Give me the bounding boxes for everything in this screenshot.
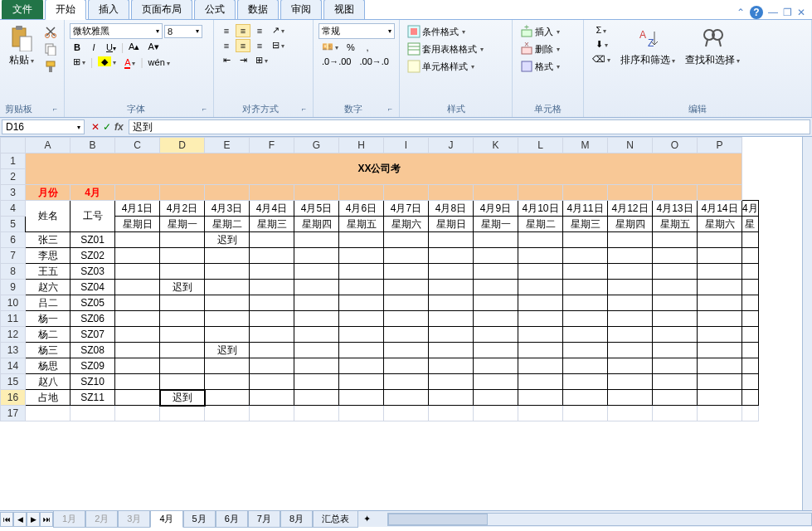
- comma-button[interactable]: ,: [360, 41, 375, 54]
- cell[interactable]: [339, 280, 384, 295]
- fx-icon[interactable]: fx: [114, 121, 124, 133]
- cell[interactable]: [339, 390, 384, 406]
- cell[interactable]: [384, 248, 429, 264]
- row-header-5[interactable]: 5: [1, 217, 26, 232]
- cell[interactable]: [742, 358, 759, 374]
- cell-id[interactable]: SZ10: [71, 374, 115, 390]
- row-header-7[interactable]: 7: [1, 248, 26, 264]
- align-left-button[interactable]: ≡: [219, 39, 234, 52]
- cell[interactable]: [742, 374, 759, 390]
- cell[interactable]: [518, 374, 563, 390]
- cell[interactable]: [429, 343, 474, 358]
- cell[interactable]: [384, 358, 429, 374]
- cell[interactable]: [384, 374, 429, 390]
- cell[interactable]: [474, 280, 518, 295]
- cell[interactable]: [653, 311, 698, 327]
- cell-id[interactable]: SZ02: [71, 248, 115, 264]
- row-header-1[interactable]: 1: [1, 153, 26, 169]
- row-header-15[interactable]: 15: [1, 374, 26, 390]
- col-header-N[interactable]: N: [608, 138, 653, 153]
- cell[interactable]: [339, 264, 384, 280]
- format-cells-button[interactable]: 格式: [518, 58, 578, 75]
- sheet-tab-7月[interactable]: 7月: [248, 510, 280, 528]
- cell[interactable]: [563, 358, 608, 374]
- sheet-tab-2月[interactable]: 2月: [85, 510, 118, 528]
- cell-id[interactable]: SZ01: [71, 232, 115, 248]
- row-header-2[interactable]: 2: [1, 169, 26, 185]
- format-painter-button[interactable]: [41, 58, 60, 75]
- col-header-J[interactable]: J: [429, 138, 474, 153]
- tab-review[interactable]: 审阅: [280, 0, 322, 19]
- cell[interactable]: [294, 232, 339, 248]
- insert-cells-button[interactable]: +插入: [518, 23, 578, 40]
- cell[interactable]: [250, 264, 294, 280]
- cell-id[interactable]: SZ08: [71, 343, 115, 358]
- cell[interactable]: [384, 280, 429, 295]
- cell[interactable]: [518, 264, 563, 280]
- cell[interactable]: [698, 343, 742, 358]
- cell[interactable]: [294, 248, 339, 264]
- cell[interactable]: [474, 374, 518, 390]
- cell[interactable]: [563, 280, 608, 295]
- cell[interactable]: [250, 311, 294, 327]
- cell[interactable]: [474, 311, 518, 327]
- cell[interactable]: [563, 374, 608, 390]
- cell-styles-button[interactable]: 单元格样式: [405, 58, 507, 75]
- cell[interactable]: [339, 343, 384, 358]
- cell[interactable]: [474, 343, 518, 358]
- tab-nav-last[interactable]: ⏭: [40, 512, 53, 527]
- cell[interactable]: [339, 327, 384, 343]
- cell[interactable]: [474, 390, 518, 406]
- shrink-font-button[interactable]: A▾: [144, 40, 162, 54]
- cell[interactable]: [742, 311, 759, 327]
- row-header-12[interactable]: 12: [1, 327, 26, 343]
- cell[interactable]: [294, 264, 339, 280]
- cell[interactable]: [653, 358, 698, 374]
- cell[interactable]: [608, 327, 653, 343]
- cell[interactable]: [294, 406, 339, 421]
- cell[interactable]: [563, 264, 608, 280]
- cell[interactable]: [653, 248, 698, 264]
- cell[interactable]: [115, 280, 160, 295]
- font-size-combo[interactable]: 8▾: [164, 25, 202, 38]
- tab-view[interactable]: 视图: [323, 0, 365, 19]
- find-select-button[interactable]: 查找和选择: [682, 23, 743, 101]
- cell[interactable]: [205, 406, 250, 421]
- cell[interactable]: [294, 374, 339, 390]
- cell[interactable]: [742, 406, 759, 421]
- row-header-9[interactable]: 9: [1, 280, 26, 295]
- phonetic-button[interactable]: wén: [145, 56, 173, 69]
- cell[interactable]: [250, 358, 294, 374]
- cell[interactable]: [205, 390, 250, 406]
- col-header-B[interactable]: B: [71, 138, 115, 153]
- sheet-tab-3月[interactable]: 3月: [118, 510, 150, 528]
- sheet-tab-8月[interactable]: 8月: [280, 510, 313, 528]
- cell[interactable]: [742, 343, 759, 358]
- cell[interactable]: [563, 295, 608, 311]
- cell[interactable]: [115, 358, 160, 374]
- cell[interactable]: [115, 311, 160, 327]
- bold-button[interactable]: B: [70, 41, 85, 54]
- cell[interactable]: [250, 232, 294, 248]
- cell[interactable]: [160, 295, 205, 311]
- sort-filter-button[interactable]: AZ 排序和筛选: [617, 23, 678, 101]
- cell[interactable]: [205, 374, 250, 390]
- cell-id[interactable]: SZ05: [71, 295, 115, 311]
- cell[interactable]: [742, 295, 759, 311]
- cell[interactable]: [339, 406, 384, 421]
- cell[interactable]: [205, 295, 250, 311]
- sheet-tab-1月[interactable]: 1月: [53, 510, 85, 528]
- cell-name[interactable]: 杨三: [26, 343, 71, 358]
- cell[interactable]: [518, 358, 563, 374]
- underline-button[interactable]: U▾: [103, 41, 119, 54]
- cell[interactable]: [429, 327, 474, 343]
- cell[interactable]: [518, 406, 563, 421]
- cell-id[interactable]: SZ09: [71, 358, 115, 374]
- cell[interactable]: [698, 295, 742, 311]
- cell-name[interactable]: 李思: [26, 248, 71, 264]
- col-header-H[interactable]: H: [339, 138, 384, 153]
- cell[interactable]: [518, 248, 563, 264]
- cell[interactable]: [250, 343, 294, 358]
- cell[interactable]: [384, 406, 429, 421]
- cell[interactable]: [698, 358, 742, 374]
